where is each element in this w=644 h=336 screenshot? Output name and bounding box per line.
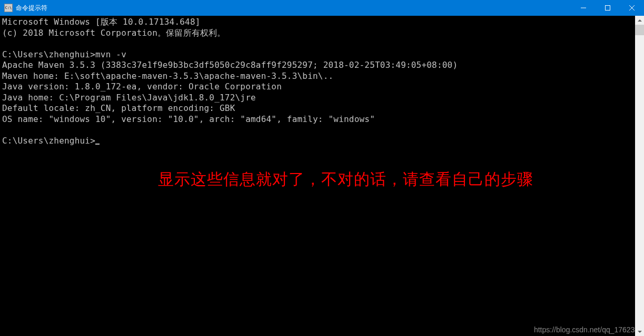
close-icon <box>629 5 635 11</box>
command-prompt-window: 命令提示符 Microsoft Windows [版本 10.0.17134.6… <box>0 0 644 336</box>
output-line: Java version: 1.8.0_172-ea, vendor: Orac… <box>2 82 282 91</box>
output-line: OS name: "windows 10", version: "10.0", … <box>2 114 375 124</box>
cmd-icon <box>4 4 13 12</box>
watermark-text: https://blog.csdn.net/qq_1762336 <box>534 325 643 334</box>
scroll-thumb[interactable] <box>635 25 644 35</box>
chevron-up-icon <box>638 18 642 23</box>
terminal-output: Microsoft Windows [版本 10.0.17134.648] (c… <box>0 16 644 147</box>
terminal-area[interactable]: Microsoft Windows [版本 10.0.17134.648] (c… <box>0 16 644 336</box>
output-line: Microsoft Windows [版本 10.0.17134.648] <box>2 17 201 27</box>
scroll-track[interactable] <box>635 25 644 327</box>
maximize-button[interactable] <box>596 0 620 16</box>
maximize-icon <box>605 5 610 11</box>
cursor <box>95 144 100 145</box>
output-line: Java home: C:\Program Files\Java\jdk1.8.… <box>2 93 256 103</box>
window-title: 命令提示符 <box>16 4 571 13</box>
output-line: C:\Users\zhenghui>mvn -v <box>2 49 126 59</box>
output-line: Apache Maven 3.5.3 (3383c37e1f9e9b3bc3df… <box>2 60 458 70</box>
vertical-scrollbar[interactable] <box>635 16 644 336</box>
output-line: Default locale: zh_CN, platform encoding… <box>2 103 235 113</box>
scroll-up-button[interactable] <box>635 16 644 25</box>
titlebar[interactable]: 命令提示符 <box>0 0 644 16</box>
close-button[interactable] <box>620 0 644 16</box>
minimize-icon <box>581 5 586 11</box>
window-controls <box>571 0 644 16</box>
output-line: (c) 2018 Microsoft Corporation。保留所有权利。 <box>2 28 226 38</box>
svg-rect-1 <box>606 6 610 11</box>
scroll-down-button[interactable] <box>635 327 644 336</box>
output-line: Maven home: E:\soft\apache-maven-3.5.3\a… <box>2 71 333 81</box>
chevron-down-icon <box>638 330 642 334</box>
annotation-text: 显示这些信息就对了，不对的话，请查看自己的步骤 <box>158 169 533 190</box>
prompt-line: C:\Users\zhenghui> <box>2 136 95 146</box>
minimize-button[interactable] <box>571 0 596 16</box>
